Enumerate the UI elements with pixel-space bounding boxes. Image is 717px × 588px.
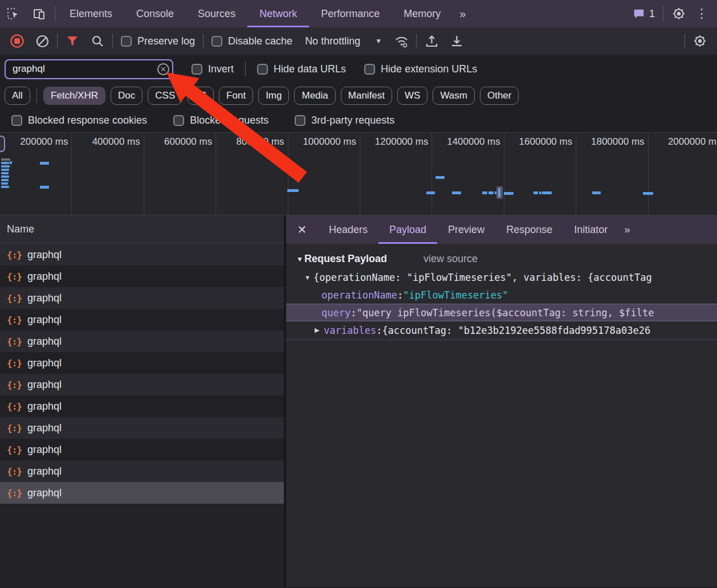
timeline-column: 1800000 ms [576, 133, 648, 215]
chip-other[interactable]: Other [480, 87, 519, 105]
network-overview-timeline[interactable]: 200000 ms400000 ms600000 ms800000 ms1000… [0, 132, 717, 215]
hide-data-urls-checkbox[interactable]: Hide data URLs [251, 63, 352, 75]
invert-checkbox[interactable]: Invert [186, 63, 239, 75]
waterfall-mark [1, 179, 9, 181]
tab-payload[interactable]: Payload [378, 215, 437, 244]
tab-response[interactable]: Response [495, 215, 563, 244]
throttling-dropdown[interactable]: No throttling ▼ [298, 35, 389, 47]
name-column-header[interactable]: Name [0, 215, 284, 244]
tab-memory[interactable]: Memory [392, 0, 453, 27]
timeline-tick-label: 600000 ms [164, 136, 212, 148]
fetch-json-icon: {:} [7, 488, 22, 499]
chip-ws[interactable]: WS [397, 87, 427, 105]
table-row[interactable]: {:}graphql [0, 439, 284, 460]
settings-gear-icon[interactable] [666, 0, 692, 27]
blocked-requests-label: Blocked requests [190, 115, 268, 126]
payload-variables-line[interactable]: ▶ variables: {accountTag: "b12e3b2192ee5… [286, 321, 717, 339]
clear-network-log-icon[interactable] [30, 28, 55, 54]
payload-key: variables [324, 325, 376, 336]
device-toolbar-icon[interactable] [26, 0, 52, 27]
table-row[interactable]: {:}graphql [0, 374, 284, 395]
divider [36, 88, 37, 103]
table-row[interactable]: {:}graphql [0, 352, 284, 374]
tab-network[interactable]: Network [247, 0, 309, 27]
table-row[interactable]: {:}graphql [0, 244, 284, 266]
network-settings-gear-icon[interactable] [687, 28, 712, 54]
message-bubble-icon [633, 7, 645, 20]
payload-operation-name-line[interactable]: operationName: "ipFlowTimeseries" [286, 286, 717, 304]
chip-img[interactable]: Img [258, 87, 289, 105]
chip-wasm[interactable]: Wasm [433, 87, 475, 105]
table-row[interactable]: {:}graphql [0, 330, 284, 352]
collapse-triangle-icon[interactable]: ▼ [296, 255, 303, 263]
export-har-icon[interactable] [444, 28, 469, 54]
view-source-link[interactable]: view source [423, 253, 478, 265]
tab-initiator[interactable]: Initiator [563, 215, 618, 244]
timeline-drag-handle[interactable] [0, 136, 5, 152]
clear-filter-icon[interactable]: ✕ [157, 63, 169, 75]
more-tabs-icon[interactable]: » [453, 7, 471, 21]
checkbox[interactable] [11, 115, 22, 126]
close-icon[interactable]: ✕ [286, 215, 318, 244]
collapsed-triangle-icon[interactable]: ▶ [315, 326, 324, 334]
blocked-response-cookies-checkbox[interactable]: Blocked response cookies [6, 115, 153, 126]
kebab-menu-icon[interactable]: ⋮ [692, 6, 717, 21]
chip-fetch-xhr[interactable]: Fetch/XHR [43, 87, 105, 105]
preserve-log-checkbox[interactable]: Preserve log [115, 35, 201, 47]
tab-elements[interactable]: Elements [58, 0, 124, 27]
request-name: graphql [27, 336, 62, 348]
hide-extension-urls-checkbox[interactable]: Hide extension URLs [358, 63, 483, 75]
request-name: graphql [27, 422, 62, 434]
table-row-selected[interactable]: {:}graphql [0, 482, 284, 504]
blocked-response-cookies-label: Blocked response cookies [28, 115, 147, 126]
table-row[interactable]: {:}graphql [0, 395, 284, 417]
checkbox[interactable] [257, 64, 268, 75]
timeline-column: 1600000 ms [504, 133, 576, 215]
chip-js[interactable]: JS [188, 87, 214, 105]
checkbox[interactable] [192, 64, 202, 75]
table-row[interactable]: {:}graphql [0, 460, 284, 482]
tab-sources[interactable]: Sources [186, 0, 247, 27]
filter-funnel-icon[interactable] [60, 28, 85, 54]
filter-input[interactable] [5, 59, 173, 79]
chip-media[interactable]: Media [294, 87, 335, 105]
third-party-requests-checkbox[interactable]: 3rd-party requests [289, 115, 400, 126]
payload-query-line-selected[interactable]: query: "query ipFlowTimeseries($accountT… [286, 304, 717, 321]
checkbox[interactable] [121, 36, 132, 47]
request-name: graphql [27, 444, 62, 456]
table-row[interactable]: {:}graphql [0, 309, 284, 330]
checkbox[interactable] [295, 115, 305, 126]
tab-console[interactable]: Console [124, 0, 186, 27]
fetch-json-icon: {:} [7, 466, 22, 477]
disable-cache-checkbox[interactable]: Disable cache [206, 35, 298, 47]
chip-font[interactable]: Font [219, 87, 253, 105]
chip-all[interactable]: All [5, 87, 30, 105]
invert-label: Invert [208, 63, 234, 75]
record-network-log-button[interactable] [5, 28, 30, 54]
import-har-icon[interactable] [419, 28, 444, 54]
chip-manifest[interactable]: Manifest [341, 87, 392, 105]
table-row[interactable]: {:}graphql [0, 417, 284, 439]
checkbox[interactable] [211, 36, 222, 47]
timeline-column: 400000 ms [72, 133, 144, 215]
inspect-element-icon[interactable] [0, 0, 26, 27]
request-payload-title: Request Payload [304, 253, 387, 265]
network-conditions-icon[interactable] [389, 28, 414, 54]
chip-css[interactable]: CSS [148, 87, 182, 105]
table-row[interactable]: {:}graphql [0, 287, 284, 309]
checkbox[interactable] [173, 115, 184, 126]
tab-headers[interactable]: Headers [318, 215, 378, 244]
table-row[interactable]: {:}graphql [0, 266, 284, 287]
more-detail-tabs-icon[interactable]: » [618, 223, 635, 236]
expanded-triangle-icon[interactable]: ▼ [304, 274, 313, 281]
search-icon[interactable] [85, 28, 110, 54]
request-list-panel: Name {:}graphql {:}graphql {:}graphql {:… [0, 215, 286, 587]
payload-root-line[interactable]: ▼ {operationName: "ipFlowTimeseries", va… [286, 268, 717, 286]
chip-doc[interactable]: Doc [111, 87, 142, 105]
issues-button[interactable]: 1 [627, 7, 661, 20]
tab-performance[interactable]: Performance [309, 0, 392, 27]
request-name: graphql [27, 271, 62, 283]
checkbox[interactable] [364, 64, 375, 75]
blocked-requests-checkbox[interactable]: Blocked requests [168, 115, 274, 126]
tab-preview[interactable]: Preview [437, 215, 495, 244]
